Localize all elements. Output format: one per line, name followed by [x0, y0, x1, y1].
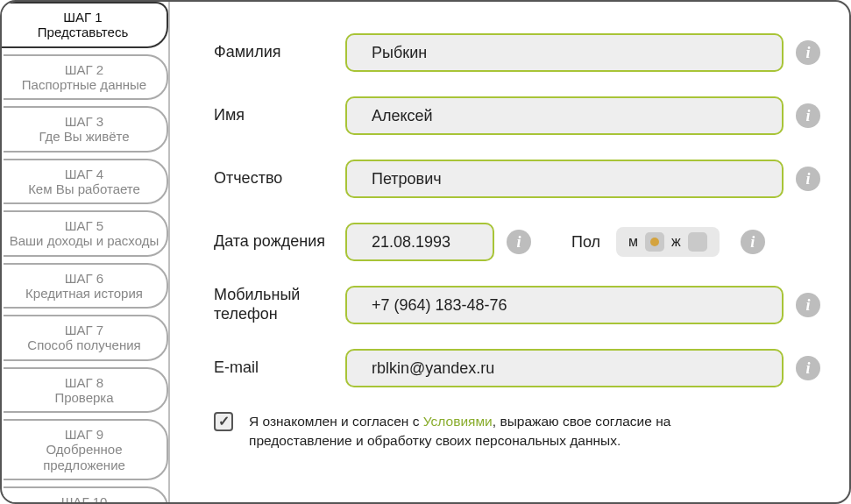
- step-5[interactable]: ШАГ 5 Ваши доходы и расходы: [4, 210, 168, 257]
- label-phone: Мобильный телефон: [214, 286, 345, 323]
- step-7[interactable]: ШАГ 7 Способ получения: [4, 315, 168, 361]
- step-num: ШАГ 3: [7, 114, 161, 129]
- input-email[interactable]: [345, 349, 784, 387]
- info-icon[interactable]: i: [741, 230, 765, 254]
- gender-female-radio[interactable]: [688, 232, 707, 252]
- step-num: ШАГ 4: [7, 167, 161, 181]
- input-middlename[interactable]: [345, 160, 784, 198]
- step-title: Где Вы живёте: [7, 129, 161, 144]
- input-phone[interactable]: [345, 286, 784, 324]
- label-lastname: Фамилия: [214, 43, 345, 62]
- info-icon[interactable]: i: [796, 167, 820, 191]
- step-num: ШАГ 1: [4, 10, 161, 25]
- gender-group: м ж: [616, 227, 720, 257]
- terms-link[interactable]: Условиями: [423, 414, 493, 429]
- input-firstname[interactable]: [345, 96, 784, 135]
- gender-f-label: ж: [671, 234, 681, 250]
- step-9[interactable]: ШАГ 9 Одобренное предложение: [4, 419, 168, 480]
- agree-text: Я ознакомлен и согласен с Условиями, выр…: [249, 412, 766, 450]
- row-middlename: Отчество i: [214, 160, 832, 198]
- info-icon[interactable]: i: [796, 293, 820, 317]
- gender-male-radio[interactable]: [645, 232, 664, 252]
- agree-prefix: Я ознакомлен и согласен с: [249, 414, 423, 429]
- step-num: ШАГ 10: [7, 494, 161, 504]
- label-dob: Дата рождения: [214, 232, 345, 252]
- info-icon[interactable]: i: [796, 40, 820, 65]
- label-middlename: Отчество: [214, 169, 345, 188]
- main-form: Фамилия i Имя i Отчество i Дата рождения…: [170, 2, 849, 502]
- info-icon[interactable]: i: [796, 103, 820, 128]
- label-firstname: Имя: [214, 106, 345, 125]
- row-lastname: Фамилия i: [214, 33, 832, 72]
- step-8[interactable]: ШАГ 8 Проверка: [4, 367, 168, 414]
- row-dob-gender: Дата рождения i Пол м ж i: [214, 223, 832, 261]
- input-dob[interactable]: [345, 223, 494, 261]
- step-title: Способ получения: [7, 337, 161, 352]
- step-title: Проверка: [7, 390, 161, 405]
- step-num: ШАГ 5: [7, 218, 161, 233]
- step-num: ШАГ 8: [7, 375, 161, 390]
- step-10[interactable]: ШАГ 10 Подтверждение перевода: [4, 486, 168, 504]
- step-num: ШАГ 6: [7, 271, 161, 286]
- label-email: E-mail: [214, 358, 345, 378]
- row-agree: ✓ Я ознакомлен и согласен с Условиями, в…: [214, 412, 832, 450]
- step-title: Кем Вы работаете: [7, 181, 161, 196]
- step-4[interactable]: ШАГ 4 Кем Вы работаете: [4, 159, 168, 205]
- sidebar: ШАГ 1 Представьтесь ШАГ 2 Паспортные дан…: [2, 2, 170, 502]
- step-6[interactable]: ШАГ 6 Кредитная история: [4, 263, 168, 309]
- step-2[interactable]: ШАГ 2 Паспортные данные: [4, 54, 168, 101]
- step-title: Кредитная история: [7, 286, 161, 301]
- step-title: Паспортные данные: [7, 77, 161, 92]
- label-gender: Пол: [571, 233, 600, 252]
- step-title: Одобренное предложение: [7, 442, 161, 472]
- step-num: ШАГ 9: [7, 427, 161, 442]
- row-email: E-mail i: [214, 349, 832, 387]
- info-icon[interactable]: i: [796, 356, 820, 380]
- row-phone: Мобильный телефон i: [214, 286, 832, 324]
- agree-checkbox[interactable]: ✓: [214, 412, 233, 431]
- step-num: ШАГ 2: [7, 62, 161, 77]
- step-title: Представьтесь: [4, 25, 161, 39]
- step-3[interactable]: ШАГ 3 Где Вы живёте: [4, 106, 168, 153]
- info-icon[interactable]: i: [507, 230, 531, 254]
- step-1[interactable]: ШАГ 1 Представьтесь: [1, 2, 168, 48]
- step-num: ШАГ 7: [7, 323, 161, 337]
- gender-m-label: м: [628, 234, 638, 250]
- row-firstname: Имя i: [214, 96, 832, 135]
- step-title: Ваши доходы и расходы: [7, 233, 161, 248]
- app-window: ШАГ 1 Представьтесь ШАГ 2 Паспортные дан…: [0, 0, 851, 504]
- input-lastname[interactable]: [345, 33, 784, 72]
